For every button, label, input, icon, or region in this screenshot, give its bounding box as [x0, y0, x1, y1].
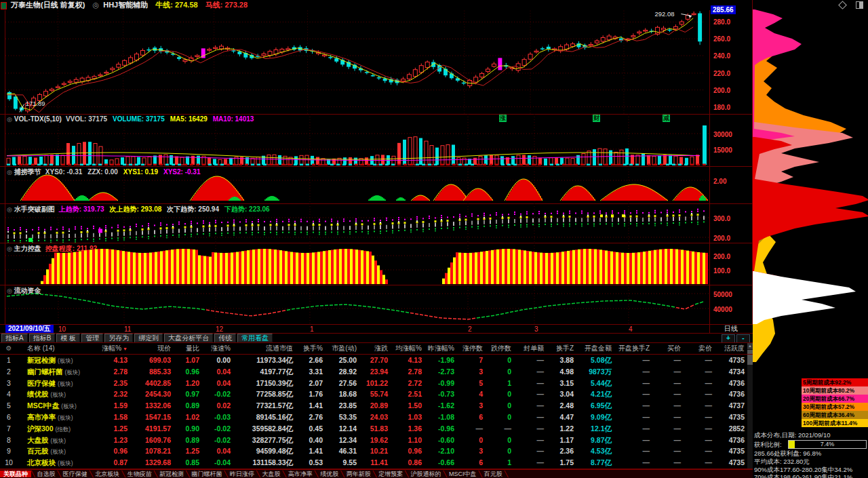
sector-name[interactable]: 百元股 [27, 447, 49, 455]
bottom-tab-昨日涨停[interactable]: 昨日涨停 [228, 471, 256, 477]
pane-divider [0, 333, 753, 334]
trading-terminal: 万泰生物(日线 前复权) ◎ HHJ智能辅助 牛线: 274.58 马线: 27… [0, 0, 868, 478]
column-header-9[interactable]: 均涨幅% [392, 343, 426, 354]
column-header-3[interactable]: 量比 [175, 343, 203, 354]
sector-name[interactable]: 大盘股 [27, 436, 49, 444]
column-header-5[interactable]: 流通市值 [235, 343, 297, 354]
cell: — [685, 412, 716, 423]
bottom-tab-北京板块[interactable]: 北京板块 [93, 471, 121, 477]
column-header-8[interactable]: 涨跌 [361, 343, 392, 354]
column-header-14[interactable]: 换手Z [548, 343, 578, 354]
table-scrollbar[interactable]: ▲ [747, 343, 753, 469]
bottom-tab-生物疫苗[interactable]: 生物疫苗 [125, 471, 154, 477]
bottom-tab-自选股[interactable]: 自选股 [35, 471, 57, 477]
sector-name[interactable]: 幽门螺杆菌 [27, 367, 63, 376]
sector-name[interactable]: 沪深300 [27, 424, 54, 433]
bottom-tab-两年新股[interactable]: 两年新股 [344, 471, 373, 477]
cell: — [654, 457, 685, 469]
column-header-6[interactable]: 换手% [297, 343, 327, 354]
row-index: 1 [0, 355, 18, 366]
cell: 1.10 [392, 435, 426, 446]
toolbar-tab-管理[interactable]: 管理 [81, 334, 103, 342]
table-settings-icon[interactable]: ⚙ [0, 343, 18, 354]
sector-name[interactable]: 新冠检测 [27, 356, 56, 364]
column-header-0[interactable]: 名称 (14) [18, 343, 99, 354]
cell: 4402.85 [132, 378, 175, 389]
bottom-tab-幽门螺杆菌[interactable]: 幽门螺杆菌 [190, 471, 224, 477]
toolbar-tab-大盘分析平台[interactable]: 大盘分析平台 [164, 334, 213, 342]
bottom-tab-定增预案[interactable]: 定增预案 [376, 471, 405, 477]
cell: 1.41 [297, 400, 327, 412]
column-header-17[interactable]: 买价 [654, 343, 685, 354]
column-header-12[interactable]: 跌停数 [487, 343, 515, 354]
cell: 4.21亿 [578, 389, 616, 400]
table-row-幽门螺杆菌[interactable]: 2幽门螺杆菌(板块)2.78885.330.960.044197.77亿3.31… [0, 366, 749, 378]
sector-name[interactable]: MSCI中盘 [27, 401, 59, 410]
toolbar-tab-传统[interactable]: 传统 [214, 334, 236, 342]
column-header-16[interactable]: 开盘换手Z [616, 343, 654, 354]
column-header-4[interactable]: 涨速% [203, 343, 235, 354]
toolbar-tab-指标B[interactable]: 指标B [29, 334, 56, 342]
cell: 0 [487, 412, 515, 423]
cell: 0 [487, 400, 515, 412]
pane-axis-label: 50000 [713, 291, 732, 298]
sector-type-tag: (板块) [58, 460, 73, 466]
cell: 12.1亿 [578, 423, 616, 435]
toolbar-tab-另存为[interactable]: 另存为 [104, 334, 133, 342]
column-header-18[interactable]: 卖价 [685, 343, 716, 354]
scroll-thumb[interactable] [747, 350, 753, 365]
cell: -0.02 [203, 423, 235, 435]
column-header-7[interactable]: 市盈(动) [327, 343, 361, 354]
pane-axis-label: 100.0 [713, 267, 730, 275]
table-row-MSCI中盘[interactable]: 5MSCI中盘(板块)1.591332.060.890.0277321.57亿1… [0, 400, 749, 412]
table-row-大盘股[interactable]: 8大盘股(板块)1.231609.760.89-0.02328277.75亿0.… [0, 435, 749, 446]
table-row-高市净率[interactable]: 6高市净率(板块)1.581547.151.02-0.0389145.16亿2.… [0, 412, 749, 423]
cell: 0.04 [203, 378, 235, 389]
table-row-百元股[interactable]: 9百元股(板块)0.961078.211.250.0494599.48亿1.41… [0, 445, 749, 457]
sector-type-tag: (指数) [56, 426, 71, 433]
table-row-沪深300[interactable]: 7沪深300(指数)1.254191.570.90-0.02359582.84亿… [0, 423, 749, 435]
bottom-tab-医疗保健[interactable]: 医疗保健 [61, 471, 90, 477]
toolbar-tab-模 板[interactable]: 模 板 [56, 334, 80, 342]
cell: 11.41 [361, 457, 392, 469]
column-header-15[interactable]: 开盘金额 [578, 343, 616, 354]
volume-pane [5, 114, 710, 166]
table-row-新冠检测[interactable]: 1新冠检测(板块)4.13699.031.070.0011973.34亿2.66… [0, 355, 749, 366]
sector-name[interactable]: 高市净率 [27, 413, 56, 421]
bottom-tab-百元股[interactable]: 百元股 [482, 471, 505, 477]
column-header-19[interactable]: 活跃度 [716, 343, 749, 354]
cell: 4 [458, 389, 487, 400]
cell: 1.17 [548, 435, 578, 446]
column-header-2[interactable]: 现价 [132, 343, 175, 354]
app-corner-icon[interactable] [1, 2, 7, 9]
table-row-绩优股[interactable]: 4绩优股(板块)2.322454.300.97-0.0277258.85亿1.7… [0, 389, 749, 400]
table-row-北京板块[interactable]: 10北京板块(板块)0.871329.680.85-0.04131158.33亿… [0, 457, 749, 469]
column-header-13[interactable]: 封单额 [515, 343, 548, 354]
cell: 1078.21 [132, 445, 175, 457]
column-header-10[interactable]: 昨涨幅% [426, 343, 458, 354]
bottom-tab-关联品种[interactable]: 关联品种 [0, 471, 31, 477]
sector-name[interactable]: 医疗保健 [27, 379, 56, 387]
column-header-11[interactable]: 涨停数 [458, 343, 487, 354]
cell: — [685, 423, 716, 435]
cell: 0.86 [392, 457, 426, 469]
bottom-tab-MSCI中盘[interactable]: MSCI中盘 [447, 471, 479, 477]
toolbar-tab-常用看盘[interactable]: 常用看盘 [237, 334, 273, 342]
cell: -0.04 [203, 457, 235, 469]
cell: 89145.16亿 [235, 412, 297, 423]
column-header-1[interactable]: 涨幅% ▼ [99, 343, 132, 354]
toolbar-tab-指标A[interactable]: 指标A [1, 334, 28, 342]
sector-name[interactable]: 北京板块 [27, 458, 56, 466]
sector-name[interactable]: 绩优股 [27, 390, 49, 398]
toolbar-tab-绑定到[interactable]: 绑定到 [134, 334, 163, 342]
cell: 1.25 [175, 445, 203, 457]
bottom-tab-沪股通标的[interactable]: 沪股通标的 [408, 471, 443, 477]
cell: — [487, 423, 515, 435]
cell: — [616, 412, 654, 423]
bottom-tab-大盘股[interactable]: 大盘股 [260, 471, 282, 477]
bottom-tab-绩优股[interactable]: 绩优股 [318, 471, 340, 477]
bottom-tab-高市净率[interactable]: 高市净率 [286, 471, 315, 477]
bottom-tab-新冠检测[interactable]: 新冠检测 [157, 471, 186, 477]
table-row-医疗保健[interactable]: 3医疗保健(板块)2.354402.851.200.0417150.39亿2.0… [0, 378, 749, 389]
scroll-up-icon[interactable]: ▲ [747, 343, 753, 349]
